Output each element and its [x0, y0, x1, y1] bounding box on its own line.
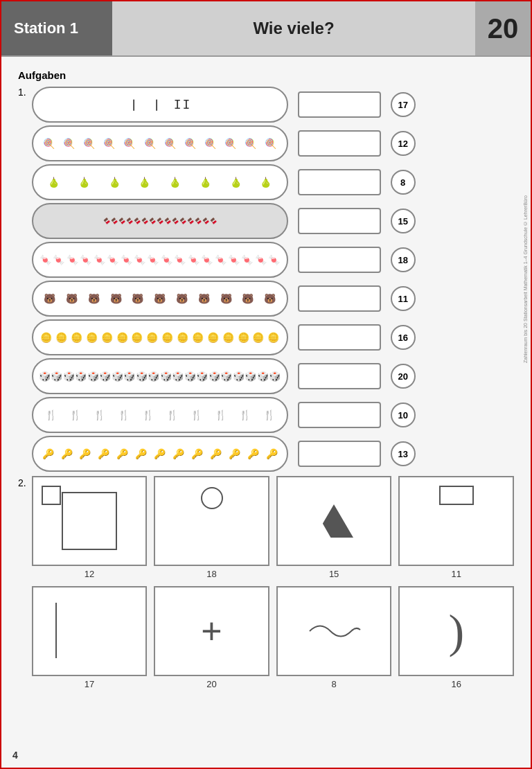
task2-box-15[interactable] — [276, 476, 392, 566]
answer-box-6[interactable] — [298, 285, 381, 312]
circle-answer-5: 18 — [391, 247, 416, 272]
item-content-9: 🍴🍴🍴🍴🍴🍴🍴🍴🍴🍴 — [33, 409, 287, 421]
shape-rect-small — [439, 486, 474, 505]
side-text: Zahlenraum bis 20 Stationsarbeit Mathema… — [523, 195, 528, 363]
table-row: 🐻🐻🐻🐻🐻🐻🐻🐻🐻🐻🐻 11 — [32, 281, 416, 317]
item-box-3: 🍐🍐🍐🍐🍐🍐🍐🍐 — [32, 164, 288, 200]
task2-number-18: 18 — [206, 569, 216, 579]
answer-box-4[interactable] — [298, 208, 381, 234]
task2-box-12[interactable] — [32, 476, 148, 566]
table-row: 🍭🍭🍭🍭🍭🍭🍭🍭🍭🍭🍭🍭 12 — [32, 125, 416, 161]
task1-container: 1. 𝍩 𝍩 II 17 🍭🍭🍭🍭🍭🍭🍭🍭🍭🍭🍭🍭 — [18, 87, 514, 472]
task2-box-18[interactable] — [154, 476, 269, 566]
tally-marks: 𝍩 𝍩 II — [128, 96, 191, 113]
answer-box-7[interactable] — [298, 324, 381, 351]
tasks-heading: Aufgaben — [18, 69, 514, 81]
table-row: 🪙🪙🪙🪙🪙🪙🪙🪙🪙🪙🪙🪙🪙🪙🪙🪙 16 — [32, 319, 416, 355]
task2-box-8[interactable] — [276, 586, 392, 676]
header: Station 1 Wie viele? 20 — [1, 1, 531, 57]
shape-d: ) — [448, 608, 464, 655]
task2-container: 2. 12 — [18, 476, 514, 689]
circle-answer-1: 17 — [391, 92, 416, 117]
task2-box-16[interactable]: ) — [398, 586, 514, 676]
item-box-2: 🍭🍭🍭🍭🍭🍭🍭🍭🍭🍭🍭🍭 — [32, 125, 288, 161]
item-content-8: 🎲🎲🎲🎲🎲🎲🎲🎲🎲🎲🎲🎲🎲🎲🎲🎲🎲🎲🎲🎲 — [33, 371, 287, 382]
task2-cell-12: 12 — [32, 476, 148, 579]
task2-row-2: 17 + 20 — [32, 586, 514, 689]
table-row: 𝍩 𝍩 II 17 — [32, 87, 416, 123]
task2-cell-11: 11 — [398, 476, 514, 579]
task2-box-20[interactable]: + — [154, 586, 269, 676]
shape-small-square — [42, 486, 61, 505]
item-content-5: 🍬🍬🍬🍬🍬🍬🍬🍬🍬🍬🍬🍬🍬🍬🍬🍬🍬🍬 — [33, 254, 287, 265]
task2-number-17: 17 — [85, 679, 94, 689]
station-label: Station 1 — [1, 1, 112, 55]
task2-number-12: 12 — [85, 569, 94, 579]
answer-box-9[interactable] — [298, 402, 381, 428]
answer-box-5[interactable] — [298, 247, 381, 273]
circle-answer-8: 20 — [391, 364, 416, 389]
content-area: Aufgaben 1. 𝍩 𝍩 II 17 🍭🍭🍭🍭🍭🍭 — [1, 57, 531, 702]
table-row: 🔑🔑🔑🔑🔑🔑🔑🔑🔑🔑🔑🔑🔑 13 — [32, 436, 416, 472]
answer-box-10[interactable] — [298, 441, 381, 467]
task2-box-17[interactable] — [32, 586, 148, 676]
task2-cell-17: 17 — [32, 586, 148, 689]
circle-answer-7: 16 — [391, 325, 416, 350]
shape-plus: + — [201, 613, 222, 649]
circle-answer-10: 13 — [391, 441, 416, 466]
task2-number-11: 11 — [451, 569, 461, 579]
task2-cell-15: 15 — [276, 476, 392, 579]
task2-grid: 12 18 — [32, 476, 514, 689]
task2-box-11[interactable] — [398, 476, 514, 566]
item-box-8: 🎲🎲🎲🎲🎲🎲🎲🎲🎲🎲🎲🎲🎲🎲🎲🎲🎲🎲🎲🎲 — [32, 358, 288, 394]
item-box-7: 🪙🪙🪙🪙🪙🪙🪙🪙🪙🪙🪙🪙🪙🪙🪙🪙 — [32, 319, 288, 355]
triangle-inner — [298, 509, 331, 538]
item-content-10: 🔑🔑🔑🔑🔑🔑🔑🔑🔑🔑🔑🔑🔑 — [33, 448, 287, 459]
task1-label: 1. — [18, 87, 26, 468]
item-box-4: 🍫🍫🍫🍫🍫🍫🍫🍫🍫🍫🍫🍫🍫🍫🍫 — [32, 203, 288, 239]
task2-row-1: 12 18 — [32, 476, 514, 579]
task2-cell-16: ) 16 — [398, 586, 514, 689]
item-box-5: 🍬🍬🍬🍬🍬🍬🍬🍬🍬🍬🍬🍬🍬🍬🍬🍬🍬🍬 — [32, 242, 288, 278]
item-box-1: 𝍩 𝍩 II — [32, 87, 288, 123]
circle-answer-9: 10 — [391, 403, 416, 427]
circle-answer-2: 12 — [391, 131, 416, 156]
answer-box-8[interactable] — [298, 363, 381, 389]
shape-triangle-container — [314, 504, 353, 538]
circle-answer-6: 11 — [391, 286, 416, 311]
page-title: Wie viele? — [112, 1, 475, 55]
item-content-3: 🍐🍐🍐🍐🍐🍐🍐🍐 — [33, 177, 287, 188]
answer-box-3[interactable] — [298, 169, 381, 195]
item-content-4: 🍫🍫🍫🍫🍫🍫🍫🍫🍫🍫🍫🍫🍫🍫🍫 — [33, 218, 287, 224]
circle-answer-4: 15 — [391, 209, 416, 233]
table-row: 🎲🎲🎲🎲🎲🎲🎲🎲🎲🎲🎲🎲🎲🎲🎲🎲🎲🎲🎲🎲 20 — [32, 358, 416, 394]
table-row: 🍴🍴🍴🍴🍴🍴🍴🍴🍴🍴 10 — [32, 397, 416, 433]
task2-number-8: 8 — [332, 679, 337, 689]
item-box-9: 🍴🍴🍴🍴🍴🍴🍴🍴🍴🍴 — [32, 397, 288, 433]
task2-cell-20: + 20 — [154, 586, 269, 689]
answer-box-1[interactable] — [298, 91, 381, 118]
circle-answer-3: 8 — [391, 170, 416, 195]
page: Station 1 Wie viele? 20 Aufgaben 1. 𝍩 𝍩 … — [0, 0, 532, 769]
task1-rows: 𝍩 𝍩 II 17 🍭🍭🍭🍭🍭🍭🍭🍭🍭🍭🍭🍭 12 — [32, 87, 416, 472]
task2-number-16: 16 — [451, 679, 461, 689]
table-row: 🍫🍫🍫🍫🍫🍫🍫🍫🍫🍫🍫🍫🍫🍫🍫 15 — [32, 203, 416, 239]
item-box-6: 🐻🐻🐻🐻🐻🐻🐻🐻🐻🐻🐻 — [32, 281, 288, 317]
shape-wave-svg — [306, 617, 362, 645]
station-number: 20 — [475, 1, 531, 55]
shape-rect — [62, 492, 117, 550]
shape-line — [55, 603, 57, 658]
table-row: 🍬🍬🍬🍬🍬🍬🍬🍬🍬🍬🍬🍬🍬🍬🍬🍬🍬🍬 18 — [32, 242, 416, 278]
task2-cell-8: 8 — [276, 586, 392, 689]
shape-circle-top — [201, 487, 223, 509]
item-content-2: 🍭🍭🍭🍭🍭🍭🍭🍭🍭🍭🍭🍭 — [33, 138, 287, 149]
task2-label: 2. — [18, 477, 26, 689]
item-content-6: 🐻🐻🐻🐻🐻🐻🐻🐻🐻🐻🐻 — [33, 293, 287, 304]
table-row: 🍐🍐🍐🍐🍐🍐🍐🍐 8 — [32, 164, 416, 200]
task2-number-20: 20 — [206, 679, 216, 689]
item-box-10: 🔑🔑🔑🔑🔑🔑🔑🔑🔑🔑🔑🔑🔑 — [32, 436, 288, 472]
answer-box-2[interactable] — [298, 130, 381, 157]
page-number: 4 — [12, 750, 18, 761]
item-content-7: 🪙🪙🪙🪙🪙🪙🪙🪙🪙🪙🪙🪙🪙🪙🪙🪙 — [33, 332, 287, 343]
task2-number-15: 15 — [329, 569, 339, 579]
